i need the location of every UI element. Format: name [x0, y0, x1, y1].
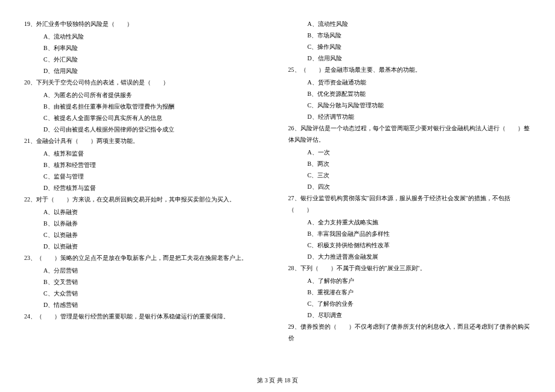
option-text: B、交叉营销 [24, 276, 267, 288]
question-text: 28、下列（ ）不属于商业银行的"展业三原则"。 [288, 262, 531, 274]
option-text: C、了解你的业务 [288, 298, 531, 309]
option-text: D、情感营销 [24, 299, 267, 311]
option-text: C、被提名人全面掌握公司真实所有人的信息 [24, 112, 267, 124]
option-text: A、流动性风险 [288, 18, 531, 30]
option-text: B、重视潜在客户 [288, 286, 531, 298]
left-column: 19、外汇业务中较独特的风险是（ ）A、流动性风险B、利率风险C、外汇风险D、信… [24, 18, 267, 368]
option-text: A、货币资金融通功能 [288, 77, 531, 88]
question-text: 27、银行业监管机构贯彻落实"回归本源，服从服务于经济社会发展"的措施，不包括（… [288, 192, 531, 215]
option-text: C、积极支持供给侧结构性改革 [288, 239, 531, 251]
option-text: D、信用风险 [288, 52, 531, 64]
question-text: 24、（ ）管理是银行经营的重要职能，是银行体系稳健运行的重要保障。 [24, 311, 267, 322]
option-text: D、四次 [288, 181, 531, 192]
option-text: A、以券融资 [24, 206, 267, 218]
document-columns: 19、外汇业务中较独特的风险是（ ）A、流动性风险B、利率风险C、外汇风险D、信… [24, 18, 531, 368]
option-text: D、公司由被提名人根据外国律师的登记指令成立 [24, 124, 267, 135]
option-text: B、两次 [288, 158, 531, 169]
option-text: C、操作风险 [288, 41, 531, 52]
option-text: A、为匿名的公司所有者提供服务 [24, 89, 267, 101]
option-text: B、核算和经营管理 [24, 159, 267, 171]
option-text: A、全力支持重大战略实施 [288, 217, 531, 228]
option-text: D、经营核算与监督 [24, 182, 267, 194]
option-text: C、外汇风险 [24, 54, 267, 65]
option-text: A、流动性风险 [24, 31, 267, 42]
option-text: C、以资融券 [24, 229, 267, 241]
option-text: B、由被提名担任董事并相应收取管理费作为报酬 [24, 101, 267, 112]
page-footer: 第 3 页 共 18 页 [0, 376, 555, 385]
option-text: D、经济调节功能 [288, 111, 531, 122]
option-text: D、尽职调查 [288, 309, 531, 321]
question-text: 21、金融会计具有（ ）两项主要功能。 [24, 135, 267, 147]
option-text: A、分层营销 [24, 265, 267, 276]
option-text: B、丰富我国金融产品的多样性 [288, 228, 531, 239]
option-text: B、利率风险 [24, 42, 267, 54]
question-text: 26、风险评估是一个动态过程，每个监管周期至少要对银行业金融机构法人进行（ ）整… [288, 122, 531, 145]
option-text: B、以券融券 [24, 218, 267, 229]
option-text: D、信用风险 [24, 65, 267, 77]
question-text: 25、（ ）是金融市场最主要、最基本的功能。 [288, 64, 531, 75]
option-text: C、三次 [288, 169, 531, 181]
option-text: B、市场风险 [288, 30, 531, 41]
option-text: D、大力推进普惠金融发展 [288, 251, 531, 262]
option-text: C、监督与管理 [24, 171, 267, 182]
question-text: 29、债券投资的（ ）不仅考虑到了债券所支付的利息收入，而且还考虑到了债券的购买… [288, 321, 531, 344]
option-text: A、核算和监督 [24, 148, 267, 159]
question-text: 19、外汇业务中较独特的风险是（ ） [24, 18, 267, 30]
option-text: A、一次 [288, 147, 531, 158]
option-text: A、了解你的客户 [288, 275, 531, 286]
question-text: 20、下列关于空壳公司特点的表述，错误的是（ ） [24, 77, 267, 88]
option-text: C、风险分散与风险管理功能 [288, 100, 531, 111]
option-text: C、大众营销 [24, 288, 267, 299]
option-text: B、优化资源配置功能 [288, 88, 531, 100]
option-text: D、以资融资 [24, 241, 267, 252]
right-column: A、流动性风险B、市场风险C、操作风险D、信用风险25、（ ）是金融市场最主要、… [288, 18, 531, 368]
question-text: 22、对于（ ）方来说，在交易所回购交易开始时，其申报买卖部位为买入。 [24, 194, 267, 205]
question-text: 23、（ ）策略的立足点不是放在争取新客户上，而是把工夫花在挽留老客户上。 [24, 252, 267, 264]
